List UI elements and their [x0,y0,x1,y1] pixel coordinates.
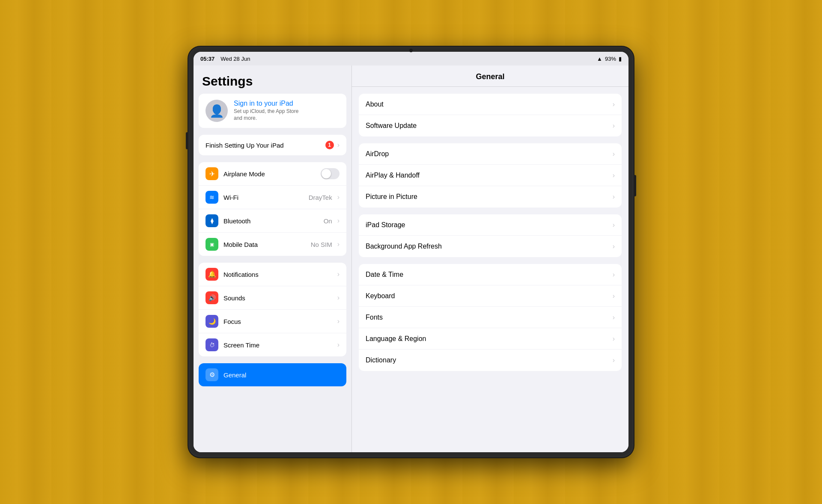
chevron-right-icon: › [613,150,615,158]
volume-button [186,132,188,149]
dictionary-label: Dictionary [366,356,396,364]
wifi-icon: ▲ [597,56,602,62]
battery-percent: 93% [605,56,616,62]
airdrop-row[interactable]: AirDrop › [359,143,622,165]
airplane-mode-icon: ✈ [206,167,218,180]
date-time-label: Date & Time [366,271,403,279]
content-area: Settings 👤 Sign in to your iPad Set up i… [194,65,628,452]
finish-setup-row[interactable]: Finish Setting Up Your iPad 1 › [199,135,346,155]
notifications-row[interactable]: 🔔 Notifications › [199,263,346,286]
chevron-right-icon: › [613,356,615,364]
date-time-row[interactable]: Date & Time › [359,264,622,285]
airplane-mode-toggle[interactable] [321,168,340,179]
ipad-device: 05:37 Wed 28 Jun ▲ 93% ▮ Settings 👤 [188,47,634,457]
general-group-4: Date & Time › Keyboard › Fonts › Languag… [359,264,622,371]
airplay-handoff-row[interactable]: AirPlay & Handoff › [359,165,622,186]
mobile-data-row[interactable]: ▣ Mobile Data No SIM › [199,233,346,256]
mobile-data-icon: ▣ [206,238,218,251]
airplane-mode-label: Airplane Mode [223,170,316,178]
sounds-row[interactable]: 🔊 Sounds › [199,286,346,310]
notifications-label: Notifications [223,271,332,278]
chevron-right-icon: › [613,101,615,108]
general-active-row[interactable]: ⚙ General [199,363,346,386]
software-update-label: Software Update [366,122,417,130]
chevron-right-icon: › [613,292,615,300]
power-button [634,175,636,196]
profile-subtext: Set up iCloud, the App Storeand more. [234,108,298,122]
language-region-label: Language & Region [366,335,426,343]
ipad-storage-row[interactable]: iPad Storage › [359,214,622,236]
chevron-right-icon: › [337,270,340,278]
chevron-right-icon: › [337,193,340,201]
chevron-right-icon: › [613,172,615,179]
sounds-icon: 🔊 [206,291,218,304]
status-time: 05:37 [200,56,214,62]
bluetooth-value: On [324,217,332,225]
bluetooth-row[interactable]: ⧫ Bluetooth On › [199,209,346,233]
fonts-row[interactable]: Fonts › [359,307,622,328]
background-app-refresh-row[interactable]: Background App Refresh › [359,236,622,257]
chevron-right-icon: › [613,122,615,130]
person-icon: 👤 [209,104,224,118]
avatar: 👤 [206,100,228,122]
general-icon: ⚙ [206,368,218,381]
fonts-label: Fonts [366,314,383,321]
keyboard-row[interactable]: Keyboard › [359,285,622,307]
picture-in-picture-row[interactable]: Picture in Picture › [359,186,622,208]
connectivity-group: ✈ Airplane Mode ≋ Wi-Fi DrayTek › ⧫ [199,162,346,256]
screen-time-row[interactable]: ⏱ Screen Time › [199,333,346,356]
focus-label: Focus [223,318,332,325]
focus-icon: 🌙 [206,315,218,328]
chevron-right-icon: › [613,335,615,343]
background-app-refresh-label: Background App Refresh [366,243,442,250]
wifi-label: Wi-Fi [223,194,304,201]
wifi-value: DrayTek [309,194,332,201]
general-group-3: iPad Storage › Background App Refresh › [359,214,622,257]
profile-section[interactable]: 👤 Sign in to your iPad Set up iCloud, th… [199,94,346,128]
chevron-right-icon: › [337,141,340,149]
chevron-right-icon: › [337,294,340,302]
general-group-1: About › Software Update › [359,94,622,136]
settings-title: Settings [194,65,351,94]
finish-setup-label: Finish Setting Up Your iPad [206,142,284,149]
ipad-screen: 05:37 Wed 28 Jun ▲ 93% ▮ Settings 👤 [194,52,628,452]
focus-row[interactable]: 🌙 Focus › [199,310,346,333]
screen-time-label: Screen Time [223,341,332,349]
about-label: About [366,101,384,108]
chevron-right-icon: › [337,317,340,325]
dictionary-row[interactable]: Dictionary › [359,350,622,371]
chevron-right-icon: › [613,193,615,201]
right-panel-header: General [352,65,628,87]
chevron-right-icon: › [613,243,615,250]
wifi-icon: ≋ [206,191,218,204]
about-row[interactable]: About › [359,94,622,115]
status-date: Wed 28 Jun [220,56,250,62]
chevron-right-icon: › [613,221,615,229]
right-panel: General About › Software Update › [352,65,628,452]
chevron-right-icon: › [337,217,340,225]
notifications-icon: 🔔 [206,268,218,281]
left-panel: Settings 👤 Sign in to your iPad Set up i… [194,65,352,452]
general-label: General [223,371,340,379]
software-update-row[interactable]: Software Update › [359,115,622,136]
bluetooth-icon: ⧫ [206,214,218,227]
airplay-handoff-label: AirPlay & Handoff [366,172,420,179]
app-settings-group: 🔔 Notifications › 🔊 Sounds › 🌙 Focus › [199,263,346,356]
airdrop-label: AirDrop [366,150,389,158]
screen-time-icon: ⏱ [206,338,218,351]
chevron-right-icon: › [613,314,615,321]
sign-in-label[interactable]: Sign in to your iPad [234,100,298,107]
chevron-right-icon: › [337,240,340,248]
airplane-mode-row[interactable]: ✈ Airplane Mode [199,162,346,186]
wifi-row[interactable]: ≋ Wi-Fi DrayTek › [199,186,346,209]
finish-setup-badge: 1 [325,141,334,149]
keyboard-label: Keyboard [366,292,395,300]
sounds-label: Sounds [223,294,332,302]
language-region-row[interactable]: Language & Region › [359,328,622,350]
mobile-data-value: No SIM [311,241,332,248]
mobile-data-label: Mobile Data [223,241,306,248]
status-bar: 05:37 Wed 28 Jun ▲ 93% ▮ [194,52,628,65]
picture-in-picture-label: Picture in Picture [366,193,417,201]
front-camera [409,49,413,52]
chevron-right-icon: › [613,271,615,279]
